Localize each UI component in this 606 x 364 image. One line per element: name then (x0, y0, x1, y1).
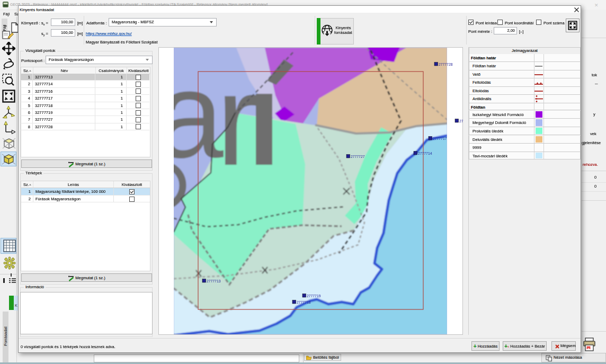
svg-text:2777719: 2777719 (307, 294, 321, 298)
svg-text:2777713: 2777713 (207, 279, 221, 283)
svg-text:2777717: 2777717 (433, 137, 447, 140)
svg-text:a: a (158, 47, 224, 183)
svg-text:2777714: 2777714 (418, 152, 432, 155)
svg-text:r: r (216, 47, 260, 192)
svg-text:2777728: 2777728 (439, 63, 453, 66)
svg-text:2777716: 2777716 (459, 119, 463, 123)
svg-text:2777727: 2777727 (351, 155, 365, 158)
svg-text:2777718: 2777718 (297, 300, 311, 304)
